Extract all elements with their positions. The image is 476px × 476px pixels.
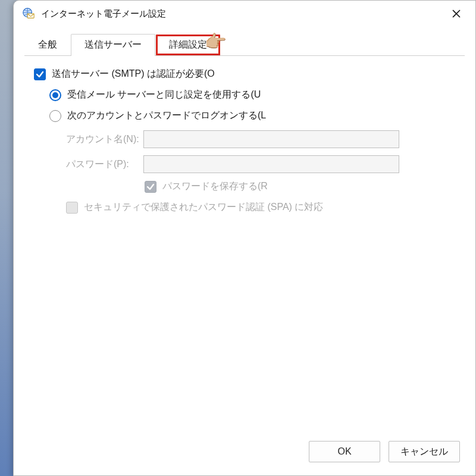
- remember-password-checkbox: [145, 181, 156, 193]
- smtp-auth-row[interactable]: 送信サーバー (SMTP) は認証が必要(O: [34, 68, 458, 80]
- same-settings-row[interactable]: 受信メール サーバーと同じ設定を使用する(U: [49, 89, 458, 101]
- tab-strip: 全般 送信サーバー 詳細設定 👈🏼: [24, 34, 465, 56]
- remember-password-label: パスワードを保存する(R: [162, 180, 268, 193]
- settings-dialog: インターネット電子メール設定 全般 送信サーバー 詳細設定 👈🏼 送信サーバー …: [13, 0, 476, 476]
- ok-button[interactable]: OK: [309, 441, 380, 462]
- close-icon: [452, 10, 461, 18]
- spa-label: セキュリティで保護されたパスワード認証 (SPA) に対応: [84, 201, 323, 214]
- same-settings-label: 受信メール サーバーと同じ設定を使用する(U: [67, 89, 261, 101]
- account-name-label: アカウント名(N):: [66, 133, 143, 146]
- dialog-title: インターネット電子メール設定: [41, 8, 443, 20]
- cancel-button[interactable]: キャンセル: [389, 441, 460, 462]
- spa-checkbox: [66, 202, 78, 214]
- title-bar: インターネット電子メール設定: [14, 1, 475, 27]
- remember-password-row: パスワードを保存する(R: [145, 180, 458, 193]
- dialog-button-bar: OK キャンセル: [14, 441, 475, 475]
- logon-account-row[interactable]: 次のアカウントとパスワードでログオンする(L: [49, 109, 458, 122]
- account-name-row: アカウント名(N):: [66, 130, 458, 148]
- smtp-auth-checkbox[interactable]: [34, 68, 46, 80]
- password-input: [143, 155, 399, 173]
- close-button[interactable]: [443, 3, 469, 24]
- same-settings-radio[interactable]: [49, 89, 61, 101]
- password-row: パスワード(P):: [66, 155, 458, 173]
- tab-general[interactable]: 全般: [24, 34, 71, 56]
- tab-advanced[interactable]: 詳細設定: [155, 34, 221, 56]
- logon-account-radio[interactable]: [49, 110, 61, 122]
- account-name-input: [143, 130, 399, 148]
- spa-row: セキュリティで保護されたパスワード認証 (SPA) に対応: [66, 201, 458, 214]
- password-label: パスワード(P):: [66, 158, 143, 171]
- smtp-auth-label: 送信サーバー (SMTP) は認証が必要(O: [52, 68, 215, 80]
- tab-outgoing-server[interactable]: 送信サーバー: [71, 34, 155, 56]
- logon-account-label: 次のアカウントとパスワードでログオンする(L: [67, 109, 266, 122]
- tab-content: 送信サーバー (SMTP) は認証が必要(O 受信メール サーバーと同じ設定を使…: [14, 56, 475, 441]
- globe-mail-icon: [22, 7, 35, 20]
